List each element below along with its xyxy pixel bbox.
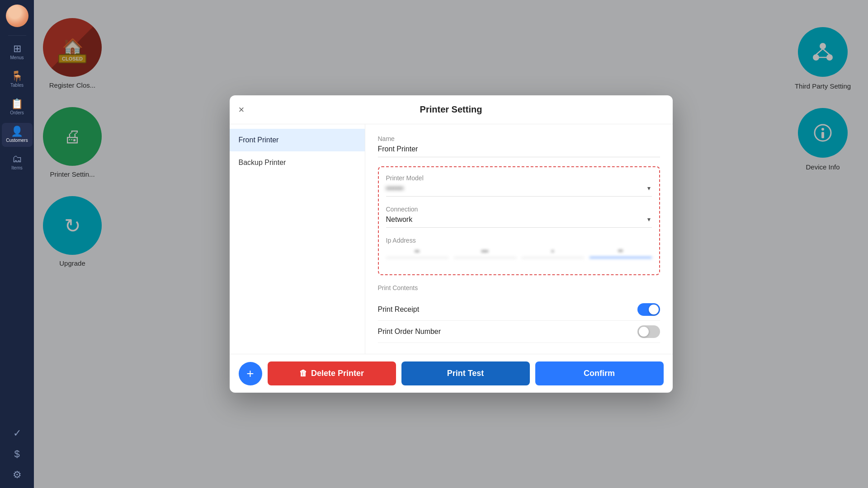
confirm-button[interactable]: Confirm [535,361,664,385]
check-icon: ✓ [13,428,21,438]
sidebar: ⊞ Menus 🪑 Tables 📋 Orders 👤 Customers 🗂 … [0,0,34,488]
ip-segment-2 [454,247,516,258]
connection-group: Connection Network ▼ [386,206,652,228]
printer-model-label: Printer Model [386,174,652,182]
ip-segment-1 [386,247,448,258]
ip-segment-3 [522,247,584,258]
print-test-label: Print Test [447,369,484,378]
printer-model-value: ••••••• [386,184,404,192]
connection-dropdown[interactable]: Network ▼ [386,216,652,228]
printer-model-arrow: ▼ [646,185,652,192]
confirm-label: Confirm [584,369,615,378]
items-icon: 🗂 [12,154,22,164]
front-printer-item[interactable]: Front Printer [230,129,365,151]
print-order-number-label: Print Order Number [378,328,441,336]
print-receipt-label: Print Receipt [378,305,420,314]
printer-model-section: Printer Model ••••••• ▼ Connection Netwo… [378,166,660,275]
print-receipt-toggle[interactable] [637,303,660,316]
print-contents-label: Print Contents [378,284,660,291]
ip-input-3[interactable] [522,247,584,258]
print-order-number-thumb [639,327,649,337]
ip-input-1[interactable] [386,247,448,258]
orders-icon: 📋 [11,99,23,109]
print-receipt-row: Print Receipt [378,299,660,321]
sidebar-item-orders[interactable]: 📋 Orders [2,95,33,119]
menus-icon: ⊞ [13,44,21,54]
sidebar-item-items[interactable]: 🗂 Items [2,150,33,174]
sidebar-item-customers[interactable]: 👤 Customers [2,123,33,147]
customers-icon: 👤 [11,127,23,136]
dollar-icon: $ [14,449,19,459]
print-order-number-toggle[interactable] [637,325,660,338]
sidebar-item-check[interactable]: ✓ [2,425,33,442]
ip-address-label: Ip Address [386,237,652,244]
delete-printer-button[interactable]: 🗑 Delete Printer [268,361,396,385]
avatar[interactable] [6,5,28,27]
print-order-number-row: Print Order Number [378,321,660,343]
printer-model-dropdown[interactable]: ••••••• ▼ [386,184,652,197]
sidebar-item-tables-label: Tables [10,83,24,88]
modal-body: Front Printer Backup Printer Name Front … [230,124,673,354]
delete-printer-label: Delete Printer [311,369,364,378]
name-value: Front Printer [378,145,660,157]
connection-arrow: ▼ [646,216,652,223]
sidebar-item-tables[interactable]: 🪑 Tables [2,68,33,92]
printer-settings-form: Name Front Printer Printer Model •••••••… [365,124,673,354]
connection-label: Connection [386,206,652,213]
sidebar-item-customers-label: Customers [6,138,28,143]
print-receipt-thumb [649,305,659,314]
trash-icon: 🗑 [299,369,307,378]
plus-icon: + [246,367,254,380]
modal-header: × Printer Setting [230,95,673,124]
modal-overlay: × Printer Setting Front Printer Backup P… [34,0,868,488]
add-printer-button[interactable]: + [239,362,262,385]
print-test-button[interactable]: Print Test [401,361,530,385]
printer-setting-modal: × Printer Setting Front Printer Backup P… [230,95,673,393]
ip-input-4[interactable] [590,247,652,258]
sidebar-divider [8,35,26,36]
ip-input-2[interactable] [454,247,516,258]
sidebar-item-dollar[interactable]: $ [2,446,33,463]
name-label: Name [378,135,660,142]
backup-printer-item[interactable]: Backup Printer [230,151,365,174]
connection-value: Network [386,216,413,224]
sidebar-item-items-label: Items [11,165,22,171]
print-contents-section: Print Contents Print Receipt Print Order… [378,284,660,343]
tables-icon: 🪑 [11,71,23,81]
printer-list: Front Printer Backup Printer [230,124,365,354]
modal-close-button[interactable]: × [239,105,245,115]
name-group: Name Front Printer [378,135,660,157]
ip-address-row [386,247,652,258]
sidebar-item-menus[interactable]: ⊞ Menus [2,40,33,64]
main-content: 🏠 CLOSED Register Clos... 🖨 Printer Sett… [34,0,868,488]
ip-segment-4 [590,247,652,258]
modal-title: Printer Setting [420,104,482,115]
sidebar-item-orders-label: Orders [10,110,24,116]
modal-footer: + 🗑 Delete Printer Print Test Confirm [230,354,673,393]
settings-icon: ⚙ [13,470,22,480]
ip-address-group: Ip Address [386,237,652,258]
sidebar-item-settings[interactable]: ⚙ [2,466,33,483]
print-receipt-track[interactable] [637,303,660,316]
printer-model-group: Printer Model ••••••• ▼ [386,174,652,197]
sidebar-item-menus-label: Menus [10,55,24,61]
print-order-number-track[interactable] [637,325,660,338]
